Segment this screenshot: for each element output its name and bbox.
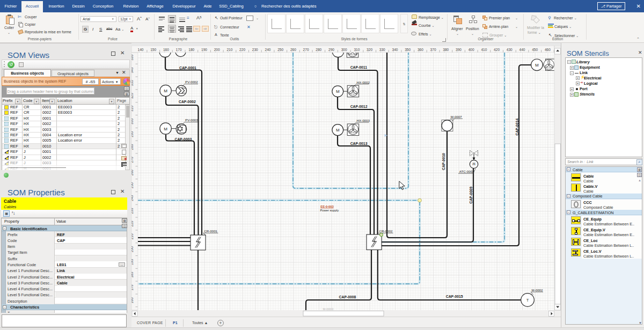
svg-text:300: 300 (341, 48, 347, 52)
svg-text:180: 180 (188, 48, 194, 52)
svg-text:HX-0003: HX-0003 (357, 119, 370, 122)
svg-text:320: 320 (131, 93, 134, 99)
svg-text:230: 230 (131, 208, 134, 214)
svg-text:M-0002: M-0002 (532, 288, 544, 292)
svg-text:350: 350 (131, 54, 134, 60)
svg-text:220: 220 (131, 221, 134, 226)
svg-text:410: 410 (481, 48, 487, 52)
svg-text:230: 230 (252, 48, 258, 52)
svg-text:200: 200 (214, 48, 220, 52)
svg-text:HX-0002: HX-0002 (357, 80, 370, 84)
svg-text:220: 220 (239, 48, 245, 52)
svg-text:M-0007: M-0007 (451, 115, 463, 119)
svg-text:270: 270 (303, 48, 309, 52)
svg-text:420: 420 (494, 48, 500, 52)
svg-text:CAP-0015: CAP-0015 (446, 295, 463, 298)
svg-text:150: 150 (150, 48, 156, 52)
svg-text:210: 210 (131, 233, 134, 239)
svg-text:190: 190 (201, 48, 207, 52)
svg-text:330: 330 (379, 48, 385, 52)
svg-text:CAP-0002: CAP-0002 (179, 100, 196, 104)
svg-text:140: 140 (137, 48, 143, 52)
svg-text:330: 330 (131, 80, 134, 86)
svg-text:240: 240 (265, 48, 270, 52)
svg-text:M: M (164, 89, 167, 93)
svg-text:440: 440 (519, 48, 525, 52)
svg-text:170: 170 (131, 284, 134, 290)
svg-text:M-0003: M-0003 (323, 307, 334, 311)
svg-text:EE-0-003: EE-0-003 (320, 205, 334, 208)
svg-text:CAP-0014: CAP-0014 (515, 119, 519, 136)
svg-text:250: 250 (277, 48, 283, 52)
svg-text:210: 210 (226, 48, 232, 52)
svg-text:ATC-0002: ATC-0002 (459, 170, 474, 173)
svg-text:460: 460 (545, 48, 551, 52)
svg-text:CAP-0011: CAP-0011 (350, 65, 368, 69)
svg-text:200: 200 (131, 246, 134, 252)
svg-text:300: 300 (131, 119, 134, 124)
svg-text:CAP-0008: CAP-0008 (339, 295, 356, 299)
svg-text:CAP-0009: CAP-0009 (469, 187, 473, 204)
svg-text:430: 430 (507, 48, 513, 52)
svg-text:PV-0002: PV-0002 (185, 80, 198, 84)
svg-text:Power supply: Power supply (320, 209, 339, 212)
svg-text:290: 290 (328, 48, 334, 52)
svg-text:170: 170 (176, 48, 182, 52)
svg-text:CAP-0012: CAP-0012 (350, 105, 368, 108)
svg-text:M: M (336, 89, 340, 94)
svg-text:240: 240 (131, 195, 134, 201)
svg-text:340: 340 (131, 67, 134, 73)
svg-text:CAP-0001: CAP-0001 (179, 66, 196, 70)
svg-text:270: 270 (131, 157, 134, 163)
svg-text:M: M (336, 128, 340, 133)
svg-text:M: M (164, 127, 167, 131)
svg-text:320: 320 (367, 48, 372, 52)
svg-text:M: M (472, 162, 475, 166)
svg-text:340: 340 (392, 48, 398, 52)
svg-text:350: 350 (405, 48, 411, 52)
svg-text:CR-0001: CR-0001 (204, 229, 217, 233)
svg-text:190: 190 (131, 259, 134, 265)
svg-text:360: 360 (418, 48, 423, 52)
svg-text:160: 160 (131, 297, 134, 303)
svg-text:380: 380 (443, 48, 449, 52)
svg-text:370: 370 (430, 48, 436, 52)
svg-text:CAP-0013: CAP-0013 (350, 142, 368, 145)
svg-text:280: 280 (131, 144, 134, 150)
svg-text:CAP-0003: CAP-0003 (175, 137, 192, 141)
svg-text:310: 310 (131, 106, 134, 112)
svg-text:180: 180 (131, 272, 134, 277)
svg-text:450: 450 (532, 48, 538, 52)
svg-text:280: 280 (316, 48, 321, 52)
svg-text:CAP-0010: CAP-0010 (442, 153, 445, 170)
svg-text:250: 250 (131, 182, 134, 188)
svg-text:260: 260 (131, 170, 134, 175)
svg-text:310: 310 (354, 48, 360, 52)
svg-text:260: 260 (290, 48, 296, 52)
svg-text:390: 390 (456, 48, 462, 52)
svg-text:T: T (526, 298, 529, 303)
svg-text:290: 290 (131, 131, 134, 137)
svg-text:PV-0003: PV-0003 (185, 118, 198, 122)
svg-text:M: M (535, 63, 539, 68)
svg-text:160: 160 (163, 48, 169, 52)
svg-text:400: 400 (469, 48, 474, 52)
svg-text:CR-0002: CR-0002 (379, 229, 393, 233)
